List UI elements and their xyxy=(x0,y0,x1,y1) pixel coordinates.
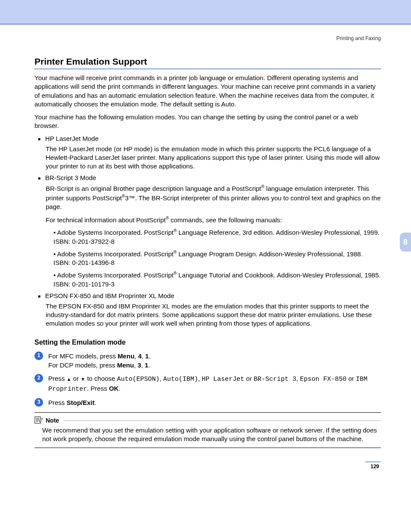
header-bar xyxy=(0,0,411,25)
note-label: Note xyxy=(46,417,59,424)
mode-desc: For technical information about PostScri… xyxy=(46,215,381,224)
breadcrumb: Printing and Faxing xyxy=(34,35,381,41)
mode-desc: The EPSON FX-850 and IBM Proprinter XL m… xyxy=(46,302,381,328)
step-badge-icon: 2 xyxy=(34,374,43,383)
reference-item: Adobe Systems Incorporated. PostScript® … xyxy=(53,228,381,246)
subheading: Setting the Emulation mode xyxy=(34,339,381,346)
reference-list: Adobe Systems Incorporated. PostScript® … xyxy=(53,228,381,289)
step-3: 3 Press Stop/Exit. xyxy=(34,398,381,407)
reference-item: Adobe Systems Incorporated. PostScript® … xyxy=(53,249,381,268)
mode-list: HP LaserJet Mode The HP LaserJet mode (o… xyxy=(34,135,381,328)
svg-rect-0 xyxy=(35,417,40,423)
page-title: Printer Emulation Support xyxy=(34,56,381,69)
steps-list: 1 For MFC models, press Menu, 4, 1. For … xyxy=(34,352,381,407)
note-header: Note xyxy=(34,416,381,425)
mode-title: HP LaserJet Mode xyxy=(38,135,381,142)
down-arrow-icon: ▼ xyxy=(81,376,85,382)
footer: 129 xyxy=(0,461,411,482)
note-icon xyxy=(34,416,43,425)
note-block: Note We recommend that you set the emula… xyxy=(34,412,381,448)
intro-paragraph-2: Your machine has the following emulation… xyxy=(34,113,381,131)
mode-brscript: BR-Script 3 Mode BR-Script is an origina… xyxy=(38,174,381,289)
step-2: 2 Press ▲ or ▼ to choose Auto(EPSON), Au… xyxy=(34,374,381,394)
mode-desc: The HP LaserJet mode (or HP mode) is the… xyxy=(46,145,381,171)
up-arrow-icon: ▲ xyxy=(67,376,72,382)
mode-desc: BR-Script is an original Brother page de… xyxy=(46,184,381,211)
page-content: Printing and Faxing Printer Emulation Su… xyxy=(0,25,411,448)
step-1: 1 For MFC models, press Menu, 4, 1. For … xyxy=(34,352,381,370)
intro-paragraph-1: Your machine will receive print commands… xyxy=(34,74,381,109)
divider xyxy=(63,420,381,421)
mode-title: BR-Script 3 Mode xyxy=(38,174,381,181)
note-body: We recommend that you set the emulation … xyxy=(42,426,381,444)
mode-epson: EPSON FX-850 and IBM Proprinter XL Mode … xyxy=(38,292,381,328)
mode-hp: HP LaserJet Mode The HP LaserJet mode (o… xyxy=(38,135,381,171)
step-badge-icon: 3 xyxy=(34,398,43,407)
page-number: 129 xyxy=(365,461,381,470)
reference-item: Adobe Systems Incorporated. PostScript® … xyxy=(53,271,381,289)
mode-title: EPSON FX-850 and IBM Proprinter XL Mode xyxy=(38,292,381,299)
step-badge-icon: 1 xyxy=(34,352,43,360)
